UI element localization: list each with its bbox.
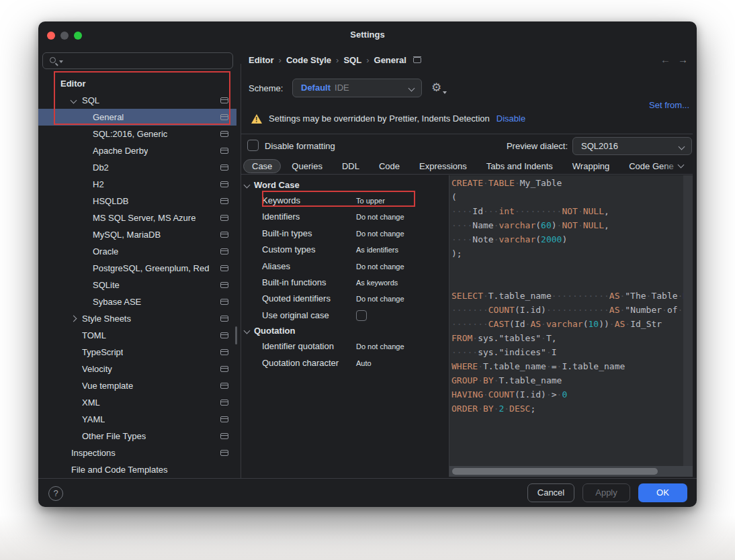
tab-case[interactable]: Case — [243, 159, 281, 173]
sidebar-item-postgresql-greenplum-red[interactable]: PostgreSQL, Greenplum, Red — [38, 260, 236, 277]
cancel-button[interactable]: Cancel — [527, 483, 574, 502]
sidebar-item-other-file-types[interactable]: Other File Types — [38, 428, 236, 445]
settings-tree: EditorSQLGeneralSQL:2016, GenericApache … — [38, 75, 241, 478]
code-token: Table — [651, 291, 677, 301]
ok-button[interactable]: OK — [638, 483, 687, 502]
scheme-indicator-icon — [220, 198, 228, 204]
code-line: ); — [451, 246, 683, 261]
set-from-link[interactable]: Set from... — [649, 100, 689, 110]
sidebar-item-mysql-mariadb[interactable]: MySQL, MariaDB — [38, 226, 236, 243]
tab-code-gene[interactable]: Code Gene — [620, 159, 683, 173]
sidebar-item-general[interactable]: General — [38, 109, 236, 126]
back-arrow-icon[interactable]: ← — [660, 54, 671, 65]
setting-value-dropdown[interactable]: As identifiers — [356, 242, 398, 258]
code-token: ············ — [546, 305, 609, 315]
code-token: , — [604, 220, 609, 230]
sidebar-item-db2[interactable]: Db2 — [38, 159, 236, 176]
code-token: ( — [509, 319, 515, 329]
sidebar-item-oracle[interactable]: Oracle — [38, 243, 236, 260]
code-line: ·····sys."indices"·I — [451, 345, 683, 359]
sidebar-item-apache-derby[interactable]: Apache Derby — [38, 142, 236, 159]
code-token: · — [472, 333, 478, 343]
tab-queries[interactable]: Queries — [283, 159, 331, 173]
sidebar-item-typescript[interactable]: TypeScript — [38, 344, 236, 361]
sidebar-item-file-and-code-templates[interactable]: File and Code Templates — [38, 461, 236, 478]
sidebar-item-label: Apache Derby — [93, 142, 148, 159]
sidebar-item-velocity[interactable]: Velocity — [38, 361, 236, 377]
code-line: ····Id···int·········NOT·NULL, — [451, 204, 683, 218]
tab-code[interactable]: Code — [370, 159, 408, 173]
chevron-down-icon[interactable] — [244, 182, 251, 189]
scheme-indicator-icon — [220, 97, 228, 103]
search-history-chevron-icon[interactable] — [59, 60, 63, 63]
code-line: ·······COUNT(I.id)············AS·"Number… — [451, 303, 683, 317]
sidebar-item-style-sheets[interactable]: Style Sheets — [38, 310, 236, 327]
setting-row-identifiers: IdentifiersDo not change — [241, 209, 449, 225]
breadcrumb-item-editor[interactable]: Editor — [249, 55, 274, 65]
apply-button[interactable]: Apply — [582, 483, 630, 502]
tab-expressions[interactable]: Expressions — [410, 159, 476, 173]
breadcrumb-separator: › — [274, 55, 286, 65]
chevron-down-icon[interactable] — [71, 97, 77, 104]
warning-disable-link[interactable]: Disable — [496, 113, 525, 124]
code-token: COUNT — [488, 389, 515, 400]
sidebar-item-vue-template[interactable]: Vue template — [38, 377, 236, 394]
sidebar-item-editor[interactable]: Editor — [38, 75, 236, 92]
group-header-quotation[interactable]: Quotation — [241, 324, 449, 338]
chevron-down-icon — [679, 144, 685, 150]
sidebar-item-yaml[interactable]: YAML — [38, 411, 236, 428]
setting-value-dropdown[interactable]: To upper — [356, 193, 385, 209]
sidebar-item-inspections[interactable]: Inspections — [38, 445, 236, 461]
sidebar-item-hsqldb[interactable]: HSQLDB — [38, 193, 236, 209]
setting-value-dropdown[interactable]: Do not change — [356, 259, 404, 275]
breadcrumb-item-general[interactable]: General — [374, 55, 406, 65]
help-button[interactable]: ? — [48, 486, 63, 501]
scheme-indicator-icon — [220, 299, 228, 305]
setting-value-dropdown[interactable]: Auto — [356, 355, 372, 371]
preview-dialect-select[interactable]: SQL2016 — [572, 137, 692, 155]
setting-value-dropdown[interactable]: Do not change — [356, 338, 404, 355]
chevron-right-icon[interactable] — [71, 316, 77, 322]
setting-value-dropdown[interactable]: As keywords — [356, 275, 398, 291]
sidebar-item-sql[interactable]: SQL — [38, 92, 236, 109]
code-token: ( — [535, 234, 541, 244]
use-original-case-checkbox[interactable] — [356, 310, 367, 321]
breadcrumb-item-sql[interactable]: SQL — [343, 55, 361, 65]
tab-ddl[interactable]: DDL — [333, 159, 368, 173]
setting-value-dropdown[interactable]: Do not change — [356, 291, 404, 307]
title-bar[interactable]: Settings — [38, 21, 697, 47]
sidebar-item-ms-sql-server-ms-azure[interactable]: MS SQL Server, MS Azure — [38, 209, 236, 226]
code-token: DESC — [509, 404, 530, 414]
search-input[interactable] — [42, 52, 233, 69]
tabs-divider — [241, 174, 693, 175]
scheme-label: Scheme: — [249, 83, 283, 93]
chevron-down-icon[interactable] — [244, 328, 251, 334]
sidebar-item-xml[interactable]: XML — [38, 394, 236, 411]
code-token: · — [478, 404, 483, 414]
code-token: )) — [599, 319, 609, 329]
tab-tabs-and-indents[interactable]: Tabs and Indents — [478, 159, 562, 173]
scheme-select[interactable]: DefaultIDE — [292, 79, 422, 97]
header-divider — [241, 134, 693, 134]
horizontal-scrollbar-thumb[interactable] — [452, 468, 658, 475]
sidebar-item-h2[interactable]: H2 — [38, 176, 236, 193]
sidebar-item-label: HSQLDB — [93, 193, 128, 209]
code-token: varchar — [499, 220, 535, 230]
breadcrumb-item-code-style[interactable]: Code Style — [286, 55, 331, 65]
setting-value-dropdown[interactable]: Do not change — [356, 209, 404, 225]
group-header-word-case[interactable]: Word Case — [241, 178, 449, 193]
sidebar-item-sql-2016-generic[interactable]: SQL:2016, Generic — [38, 126, 236, 142]
setting-value-dropdown[interactable]: Do not change — [356, 226, 404, 242]
sidebar-scrollbar[interactable] — [235, 326, 237, 344]
forward-arrow-icon[interactable]: → — [678, 54, 688, 65]
code-token: "Number — [625, 305, 662, 315]
gear-icon[interactable]: ⚙ — [431, 81, 441, 94]
sidebar-item-sybase-ase[interactable]: Sybase ASE — [38, 293, 236, 310]
code-token: T.table_name — [488, 291, 552, 301]
tab-wrapping[interactable]: Wrapping — [564, 159, 618, 173]
disable-formatting-checkbox[interactable] — [247, 140, 259, 151]
sidebar-item-toml[interactable]: TOML — [38, 327, 236, 344]
code-token: ··· — [483, 206, 499, 216]
vertical-scrollbar[interactable] — [683, 175, 693, 466]
sidebar-item-sqlite[interactable]: SQLite — [38, 277, 236, 293]
